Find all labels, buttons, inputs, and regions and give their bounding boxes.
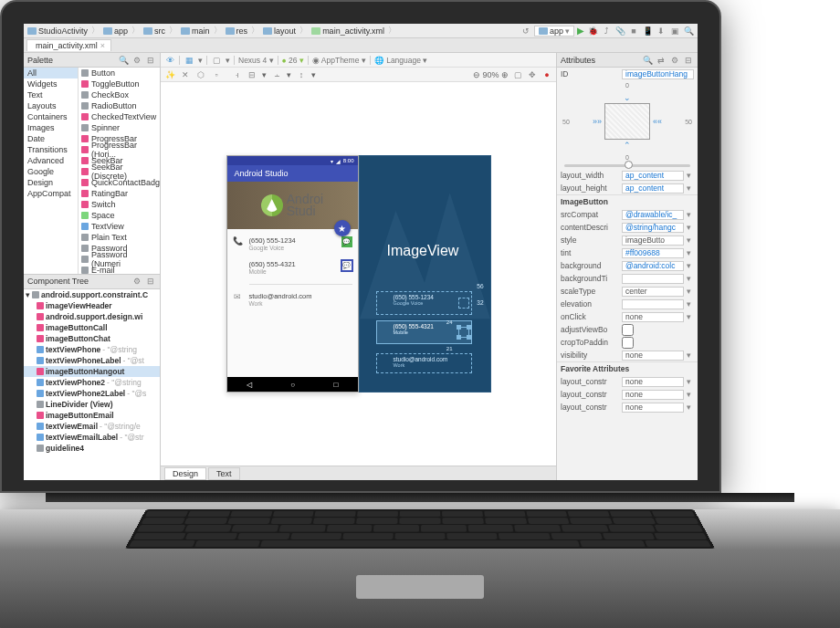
sdk-button[interactable]: ⬇ (656, 26, 667, 37)
tree-node[interactable]: android.support.design.wi (24, 311, 160, 322)
palette-category[interactable]: Date (24, 133, 78, 144)
infer-icon[interactable]: ⬡ (195, 69, 206, 80)
palette-category[interactable]: Advanced (24, 155, 78, 166)
id-field[interactable]: imageButtonHang (622, 69, 694, 79)
expand-icon[interactable]: ↕ (296, 69, 307, 80)
attr-value[interactable] (622, 299, 684, 309)
recent-icon[interactable]: □ (333, 381, 338, 389)
dropdown-icon[interactable]: ▾ (687, 261, 694, 270)
tree-node[interactable]: textViewEmail - "@string/e (24, 421, 160, 432)
attr-checkbox[interactable] (622, 324, 634, 336)
palette-category[interactable]: Design (24, 177, 78, 188)
resize-handle[interactable] (457, 335, 461, 340)
bp-row-selected[interactable]: (650) 555-4321 Mobile 24 (376, 320, 472, 344)
bias-slider[interactable] (564, 164, 690, 167)
path-crumb[interactable]: app (103, 26, 128, 36)
dropdown-icon[interactable]: ▾ (687, 274, 694, 283)
attr-value[interactable]: #ff009688 (622, 248, 684, 258)
attr-value[interactable]: @string/hangc (622, 223, 684, 233)
hangout-button[interactable]: 💬 (341, 260, 352, 271)
attr-value[interactable]: @drawable/ic_ (622, 210, 684, 220)
palette-item[interactable]: Plain Text (79, 232, 160, 243)
dropdown-icon[interactable]: ▾ (687, 223, 694, 232)
gear-icon[interactable]: ⚙ (131, 55, 142, 66)
palette-category[interactable]: Images (24, 122, 78, 133)
tree-node[interactable]: textViewPhone2Label - "@s (24, 388, 160, 399)
palette-view-icon[interactable]: ▦ (184, 55, 194, 66)
resize-handle[interactable] (467, 335, 471, 340)
search-icon[interactable]: 🔍 (642, 55, 653, 66)
dropdown-icon[interactable]: ▾ (687, 312, 694, 321)
tree-node[interactable]: imageButtonHangout (24, 366, 160, 377)
attr-value[interactable]: ap_content (622, 183, 684, 194)
attr-value[interactable]: none (622, 351, 684, 361)
collapse-icon[interactable]: ⊟ (145, 276, 156, 287)
tree-node[interactable]: imageButtonChat (24, 333, 160, 344)
device-dropdown[interactable]: Nexus 4 ▾ (238, 56, 274, 65)
attr-value[interactable]: imageButto (622, 236, 684, 246)
constraint-arrow-icon[interactable]: ⌄ (624, 93, 631, 102)
attr-value[interactable]: none (622, 403, 684, 413)
attr-checkbox[interactable] (622, 337, 634, 349)
constraint-arrow-icon[interactable]: «« (653, 117, 662, 126)
text-tab[interactable]: Text (208, 467, 240, 480)
fab-button[interactable]: ★ (334, 220, 351, 236)
fit-icon[interactable]: ▢ (512, 69, 523, 80)
tree-node[interactable]: textViewPhone2 - "@string (24, 377, 160, 388)
dropdown-icon[interactable]: ▾ (687, 390, 694, 399)
dropdown-icon[interactable]: ▾ (687, 210, 694, 219)
attr-value[interactable]: none (622, 312, 684, 322)
attr-value[interactable]: @android:colc (622, 261, 684, 271)
project-crumb[interactable]: StudioActivity (27, 26, 88, 36)
structure-icon[interactable]: ▣ (669, 26, 680, 37)
run-config-dropdown[interactable]: app▾ (534, 26, 574, 37)
palette-item[interactable]: Switch (79, 199, 160, 210)
align-icon[interactable]: ⫞ (231, 69, 242, 80)
palette-category[interactable]: Google (24, 166, 78, 177)
tree-node[interactable]: imageViewHeader (24, 300, 160, 311)
palette-item[interactable]: QuickContactBadg (79, 177, 160, 188)
sync-icon[interactable]: ↺ (520, 26, 531, 37)
margin-bottom[interactable]: 0 (625, 154, 629, 161)
magic-wand-icon[interactable]: ✨ (164, 69, 175, 80)
theme-dropdown[interactable]: ◉ AppTheme ▾ (312, 56, 366, 65)
clear-constraints-icon[interactable]: ✕ (180, 69, 191, 80)
gear-icon[interactable]: ⚙ (131, 276, 142, 287)
blueprint-view[interactable]: ImageView 56 (650) 555-1234 Google Voice… (359, 155, 491, 392)
palette-item[interactable]: RatingBar (79, 188, 160, 199)
collapse-icon[interactable]: ⊟ (145, 55, 156, 66)
palette-category[interactable]: Widgets (24, 78, 78, 89)
editor-tab[interactable]: main_activity.xml × (26, 39, 111, 51)
debug-button[interactable]: 🐞 (587, 26, 598, 37)
api-dropdown[interactable]: ● 26 ▾ (282, 56, 304, 65)
palette-item[interactable]: Space (79, 210, 160, 221)
palette-category[interactable]: All (24, 68, 78, 78)
path-crumb[interactable]: src (143, 26, 165, 36)
constraint-arrow-icon[interactable]: »» (593, 117, 602, 126)
palette-item[interactable]: Password (Numeri (79, 254, 160, 265)
palette-category[interactable]: Layouts (24, 100, 78, 111)
attr-value[interactable]: ap_content (622, 171, 684, 181)
guideline-icon[interactable]: ⫠ (271, 69, 282, 80)
resize-handle[interactable] (467, 325, 471, 330)
dropdown-icon[interactable]: ▾ (687, 299, 694, 309)
attach-button[interactable]: 📎 (614, 26, 625, 37)
back-icon[interactable]: ◁ (247, 381, 252, 389)
tree-node[interactable]: guideline4 (24, 443, 160, 454)
constraint-arrow-icon[interactable]: ⌃ (624, 141, 631, 150)
tree-node[interactable]: LineDivider (View) (24, 399, 160, 410)
attr-value[interactable]: none (622, 390, 684, 400)
palette-search-icon[interactable]: 🔍 (118, 55, 129, 66)
path-crumb[interactable]: res (226, 26, 248, 36)
dropdown-icon[interactable]: ▾ (687, 351, 694, 360)
margin-icon[interactable]: ▫ (211, 69, 222, 80)
palette-item[interactable]: SeekBar (Discrete) (79, 166, 160, 177)
error-icon[interactable]: ● (541, 69, 552, 80)
close-tab-icon[interactable]: × (100, 41, 105, 50)
language-dropdown[interactable]: 🌐 Language ▾ (374, 56, 428, 65)
path-crumb[interactable]: main (181, 26, 210, 36)
palette-category[interactable]: AppCompat (24, 188, 78, 199)
eye-icon[interactable]: 👁 (164, 55, 175, 66)
palette-item[interactable]: ProgressBar (Hori... (79, 144, 160, 155)
resize-handle[interactable] (457, 325, 461, 330)
